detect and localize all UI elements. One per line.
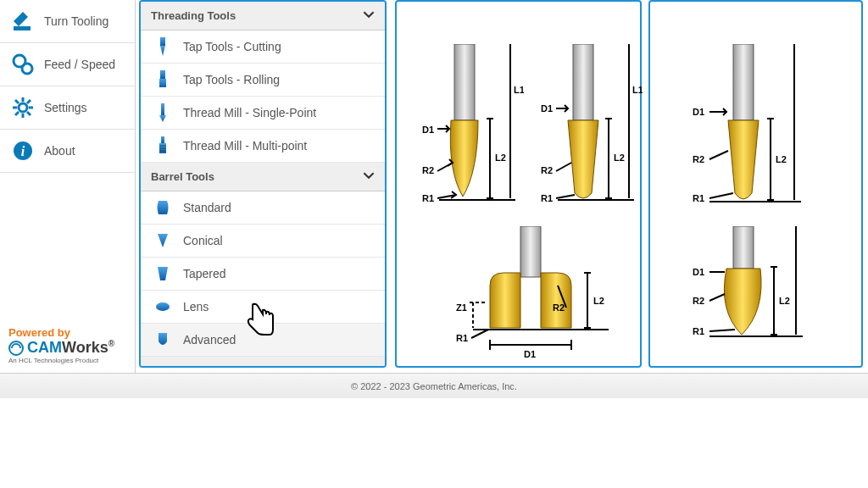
item-label: Lens <box>183 300 209 313</box>
group-threading-tools[interactable]: Threading Tools <box>141 2 385 30</box>
svg-text:D1: D1 <box>422 125 434 135</box>
nav-feed-speed[interactable]: Feed / Speed <box>0 43 135 86</box>
item-label: Tap Tools - Cutting <box>183 40 281 53</box>
item-barrel-lens[interactable]: Lens <box>141 291 385 324</box>
group-probes[interactable]: Probes <box>141 357 385 368</box>
tap-rolling-icon <box>154 70 171 89</box>
item-label: Advanced <box>183 333 236 347</box>
tool-diagram: Z1 R1 R2 L2 D1 <box>439 226 626 362</box>
svg-rect-19 <box>161 136 164 143</box>
tool-diagram: D1 R2 R1 L2 <box>667 44 820 214</box>
svg-text:D1: D1 <box>693 267 704 277</box>
nav-label: Settings <box>44 101 87 114</box>
nav-label: Turn Tooling <box>44 14 108 28</box>
item-tap-cutting[interactable]: Tap Tools - Cutting <box>141 30 385 64</box>
svg-text:R2: R2 <box>693 154 704 164</box>
footer-text: © 2022 - 2023 Geometric Americas, Inc. <box>351 381 517 391</box>
svg-text:D1: D1 <box>541 103 553 114</box>
item-label: Thread Mill - Single-Point <box>183 106 316 119</box>
svg-point-2 <box>22 64 32 74</box>
barrel-standard-icon <box>154 198 171 217</box>
item-thread-mill-single[interactable]: Thread Mill - Single-Point <box>141 97 385 130</box>
svg-line-9 <box>27 112 31 115</box>
svg-line-8 <box>15 100 19 103</box>
thread-mill-multi-icon <box>154 136 171 155</box>
group-label: Barrel Tools <box>151 170 214 183</box>
tool-diagram: D1 R2 R1 L2 <box>667 226 820 362</box>
svg-text:Z1: Z1 <box>456 302 467 313</box>
svg-text:L2: L2 <box>495 152 506 163</box>
left-nav: Turn Tooling Feed / Speed Settings i Abo… <box>0 0 136 373</box>
svg-text:L2: L2 <box>776 154 787 164</box>
chevron-down-icon <box>363 363 375 368</box>
info-icon: i <box>10 138 36 164</box>
item-label: Standard <box>183 201 231 214</box>
item-tap-rolling[interactable]: Tap Tools - Rolling <box>141 64 385 97</box>
item-barrel-standard[interactable]: Standard <box>141 191 385 225</box>
svg-line-10 <box>27 100 31 103</box>
svg-text:R1: R1 <box>693 193 704 203</box>
tool-tree: Threading Tools Tap Tools - Cutting Tap … <box>139 0 387 368</box>
svg-line-11 <box>15 112 19 115</box>
barrel-lens-icon <box>154 297 171 316</box>
svg-text:R2: R2 <box>541 165 553 175</box>
svg-text:D1: D1 <box>693 107 704 117</box>
svg-text:L2: L2 <box>614 152 625 163</box>
tap-cutting-icon <box>154 37 171 56</box>
nav-settings[interactable]: Settings <box>0 86 135 130</box>
svg-text:L1: L1 <box>632 85 643 95</box>
svg-text:R2: R2 <box>553 302 565 313</box>
svg-text:R1: R1 <box>541 193 553 203</box>
svg-text:R2: R2 <box>422 165 434 175</box>
svg-rect-0 <box>14 26 31 30</box>
svg-text:L2: L2 <box>593 296 604 306</box>
svg-text:R2: R2 <box>693 296 704 306</box>
diagram-card-2: D1 R2 R1 L2 D1 R2 R1 L <box>648 0 863 368</box>
diagram-card-1: D1 R2 R1 L2 L1 D1 R2 R1 <box>395 0 642 368</box>
thread-mill-single-icon <box>154 103 171 122</box>
svg-rect-18 <box>161 103 164 115</box>
group-barrel-tools[interactable]: Barrel Tools <box>141 163 385 191</box>
nav-about[interactable]: i About <box>0 130 135 173</box>
barrel-tapered-icon <box>154 264 171 283</box>
tool-diagram: D1 R2 R1 L2 L1 <box>405 44 524 214</box>
powered-by: Powered by CAMWorks® An HCL Technologies… <box>0 321 135 373</box>
svg-text:D1: D1 <box>524 349 536 359</box>
svg-text:R1: R1 <box>456 333 468 343</box>
svg-rect-49 <box>733 226 754 269</box>
barrel-advanced-icon <box>154 330 171 349</box>
brand-subtitle: An HCL Technologies Product <box>8 357 126 364</box>
nav-turn-tooling[interactable]: Turn Tooling <box>0 0 135 43</box>
svg-rect-44 <box>733 44 754 120</box>
svg-text:L2: L2 <box>779 296 790 306</box>
svg-rect-32 <box>573 44 593 120</box>
svg-rect-38 <box>520 226 541 277</box>
item-label: Tapered <box>183 267 226 280</box>
tool-diagram: D1 R2 R1 L2 L1 <box>524 44 643 214</box>
item-barrel-conical[interactable]: Conical <box>141 225 385 258</box>
footer: © 2022 - 2023 Geometric Americas, Inc. <box>0 373 868 398</box>
item-label: Tap Tools - Rolling <box>183 73 280 86</box>
svg-rect-17 <box>159 79 166 87</box>
group-label: Probes <box>151 364 188 368</box>
item-barrel-tapered[interactable]: Tapered <box>141 258 385 291</box>
item-label: Conical <box>183 234 223 247</box>
svg-rect-26 <box>454 44 475 120</box>
barrel-conical-icon <box>154 231 171 250</box>
svg-point-23 <box>156 302 170 311</box>
gear-icon <box>10 95 36 120</box>
nav-label: About <box>44 144 75 158</box>
svg-rect-15 <box>160 37 165 46</box>
svg-point-3 <box>19 103 27 112</box>
powered-by-label: Powered by <box>8 326 126 339</box>
feed-speed-icon <box>10 52 36 77</box>
svg-text:L1: L1 <box>514 85 524 95</box>
nav-label: Feed / Speed <box>44 58 115 71</box>
diagram-panels: D1 R2 R1 L2 L1 D1 R2 R1 <box>390 0 868 373</box>
group-label: Threading Tools <box>151 9 236 22</box>
item-barrel-advanced[interactable]: Advanced <box>141 324 385 357</box>
svg-text:R1: R1 <box>693 326 704 336</box>
item-thread-mill-multi[interactable]: Thread Mill - Multi-point <box>141 130 385 163</box>
svg-text:R1: R1 <box>422 193 434 203</box>
camworks-logo: CAMWorks® <box>8 339 126 357</box>
